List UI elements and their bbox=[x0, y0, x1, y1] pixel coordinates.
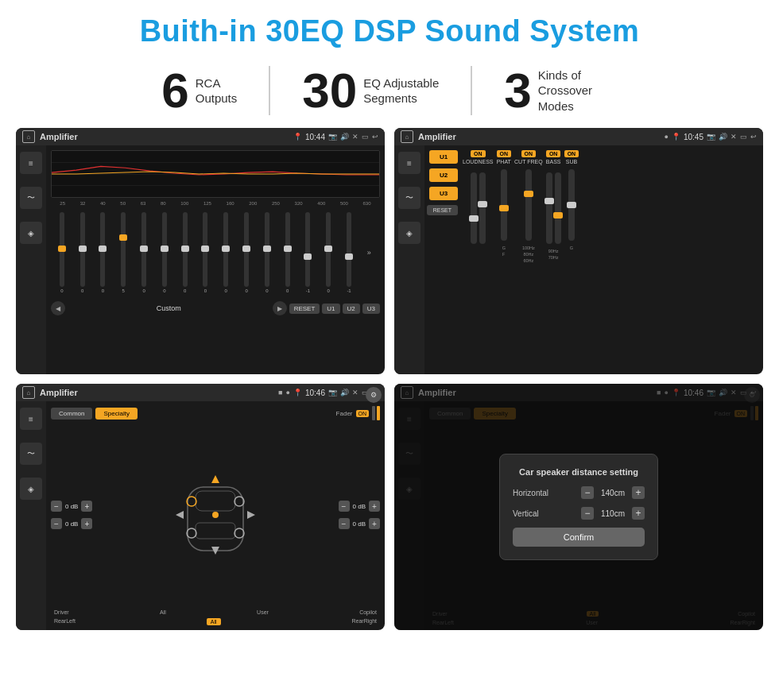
location-icon-1: 📍 bbox=[293, 133, 302, 141]
driver-label: Driver bbox=[54, 609, 69, 615]
stat-crossover: 3 Kinds ofCrossover Modes bbox=[472, 66, 649, 115]
speaker-icon[interactable]: ◈ bbox=[20, 222, 42, 244]
preset-u3[interactable]: U3 bbox=[429, 187, 458, 200]
db-value-tl: 0 dB bbox=[65, 503, 78, 510]
eq-slider-4[interactable]: 0 bbox=[141, 212, 146, 293]
horizontal-minus[interactable]: − bbox=[581, 486, 594, 499]
db-minus-tr[interactable]: − bbox=[339, 501, 350, 512]
stat-rca: 6 RCAOutputs bbox=[130, 66, 270, 115]
eq-slider-12[interactable]: -1 bbox=[305, 212, 310, 293]
col-loudness: ON LOUDNESS bbox=[463, 150, 494, 247]
bass-slider-2[interactable] bbox=[555, 172, 561, 244]
wave-icon[interactable]: 〜 bbox=[20, 187, 42, 209]
db-value-tr: 0 dB bbox=[353, 503, 366, 510]
on-badge-phat[interactable]: ON bbox=[497, 150, 512, 157]
cam-icon-2: 📷 bbox=[707, 133, 715, 141]
speaker-icon-2[interactable]: ◈ bbox=[398, 222, 421, 244]
horizontal-row: Horizontal − 140cm + bbox=[513, 486, 645, 499]
close-icon-3[interactable]: ✕ bbox=[352, 389, 358, 396]
u1-button[interactable]: U1 bbox=[322, 304, 339, 314]
horizontal-label: Horizontal bbox=[513, 489, 548, 497]
eq-icon-2[interactable]: ≡ bbox=[398, 152, 421, 174]
screen-title-2: Amplifier bbox=[418, 132, 660, 141]
on-badge-cutfreq[interactable]: ON bbox=[521, 150, 537, 157]
eq-bottom-buttons: ◀ Custom ▶ RESET U1 U2 U3 bbox=[51, 300, 380, 317]
tab-common[interactable]: Common bbox=[51, 408, 92, 420]
eq-slider-5[interactable]: 0 bbox=[162, 212, 167, 293]
vol-icon-3: 🔊 bbox=[340, 389, 349, 396]
eq-slider-2[interactable]: 0 bbox=[100, 212, 105, 293]
speaker-icon-3[interactable]: ◈ bbox=[20, 478, 42, 500]
home-icon-2[interactable]: ⌂ bbox=[401, 130, 413, 143]
eq-slider-3[interactable]: 5 bbox=[121, 212, 126, 293]
reset-button[interactable]: RESET bbox=[289, 304, 320, 314]
horizontal-plus[interactable]: + bbox=[632, 486, 645, 499]
eq-slider-1[interactable]: 0 bbox=[80, 212, 85, 293]
cutfreq-slider[interactable] bbox=[525, 169, 532, 241]
db-plus-tl[interactable]: + bbox=[81, 501, 92, 512]
phat-slider[interactable] bbox=[501, 169, 507, 241]
eq-slider-10[interactable]: 0 bbox=[265, 212, 269, 293]
eq-slider-11[interactable]: 0 bbox=[285, 212, 290, 293]
preset-u1[interactable]: U1 bbox=[429, 150, 458, 164]
db-value-br: 0 dB bbox=[353, 520, 366, 528]
close-icon-2[interactable]: ✕ bbox=[731, 133, 737, 141]
on-badge-bass[interactable]: ON bbox=[546, 150, 561, 157]
eq-slider-14[interactable]: -1 bbox=[347, 212, 351, 293]
u3-button[interactable]: U3 bbox=[362, 304, 380, 314]
close-icon-1[interactable]: ✕ bbox=[352, 133, 358, 141]
preset-u2[interactable]: U2 bbox=[429, 168, 458, 182]
eq-slider-7[interactable]: 0 bbox=[203, 212, 207, 293]
bass-slider-1[interactable] bbox=[546, 172, 552, 244]
vertical-minus[interactable]: − bbox=[581, 507, 594, 520]
db-plus-tr[interactable]: + bbox=[369, 501, 380, 512]
db-plus-bl[interactable]: + bbox=[81, 518, 92, 529]
expand-icon[interactable]: » bbox=[367, 249, 371, 257]
svg-point-9 bbox=[187, 528, 196, 538]
next-button[interactable]: ▶ bbox=[273, 301, 287, 315]
svg-marker-14 bbox=[176, 511, 184, 519]
home-icon-3[interactable]: ⌂ bbox=[22, 386, 35, 399]
prev-button[interactable]: ◀ bbox=[51, 301, 65, 315]
eq-slider-6[interactable]: 0 bbox=[183, 212, 188, 293]
tab-specialty[interactable]: Specialty bbox=[95, 408, 137, 420]
crossover-main: U1 U2 U3 RESET ON LOUDNESS bbox=[424, 145, 763, 374]
eq-slider-9[interactable]: 0 bbox=[244, 212, 249, 293]
fader-on-badge[interactable]: ON bbox=[356, 410, 370, 417]
crossover-reset[interactable]: RESET bbox=[427, 205, 458, 215]
home-icon-1[interactable]: ⌂ bbox=[22, 130, 35, 143]
svg-point-11 bbox=[212, 512, 219, 518]
on-badge-sub[interactable]: ON bbox=[564, 150, 579, 157]
eq-icon[interactable]: ≡ bbox=[20, 152, 42, 174]
status-bar-1: ⌂ Amplifier 📍 10:44 📷 🔊 ✕ ▭ ↩ bbox=[16, 128, 385, 145]
on-badge-loudness[interactable]: ON bbox=[471, 150, 486, 157]
db-minus-bl[interactable]: − bbox=[51, 518, 62, 529]
loudness-slider-1[interactable] bbox=[471, 172, 477, 244]
stat-eq: 30 EQ AdjustableSegments bbox=[270, 66, 472, 115]
eq-slider-8[interactable]: 0 bbox=[223, 212, 228, 293]
db-control-tl: − 0 dB + bbox=[51, 501, 92, 512]
eq-slider-0[interactable]: 0 bbox=[60, 212, 64, 293]
db-minus-tl[interactable]: − bbox=[51, 501, 62, 512]
db-plus-br[interactable]: + bbox=[369, 518, 380, 529]
status-icons-3: ■ ● 📍 10:46 📷 🔊 ✕ ▭ ↩ bbox=[278, 389, 378, 397]
sub-slider[interactable] bbox=[568, 169, 575, 241]
minimize-icon-1[interactable]: ▭ bbox=[362, 133, 369, 141]
back-icon-2[interactable]: ↩ bbox=[750, 133, 757, 141]
loudness-slider-2[interactable] bbox=[479, 172, 486, 244]
screen-dialog: ⌂ Amplifier ■ ● 📍 10:46 📷 🔊 ✕ ▭ ↩ ≡ 〜 ◈ bbox=[394, 384, 763, 630]
settings-icon[interactable]: ⚙ bbox=[366, 387, 382, 403]
vertical-plus[interactable]: + bbox=[632, 507, 645, 520]
eq-slider-13[interactable]: 0 bbox=[326, 212, 331, 293]
u2-button[interactable]: U2 bbox=[343, 304, 360, 314]
minimize-icon-2[interactable]: ▭ bbox=[740, 133, 747, 141]
wave-icon-2[interactable]: 〜 bbox=[398, 187, 421, 209]
db-minus-br[interactable]: − bbox=[339, 518, 350, 529]
all-badge[interactable]: All bbox=[207, 618, 221, 625]
dot-icon-2: ● bbox=[665, 133, 669, 141]
svg-point-10 bbox=[234, 528, 244, 538]
wave-icon-3[interactable]: 〜 bbox=[20, 443, 42, 465]
confirm-button[interactable]: Confirm bbox=[513, 528, 645, 547]
eq-icon-3[interactable]: ≡ bbox=[20, 408, 42, 430]
back-icon-1[interactable]: ↩ bbox=[372, 133, 378, 141]
